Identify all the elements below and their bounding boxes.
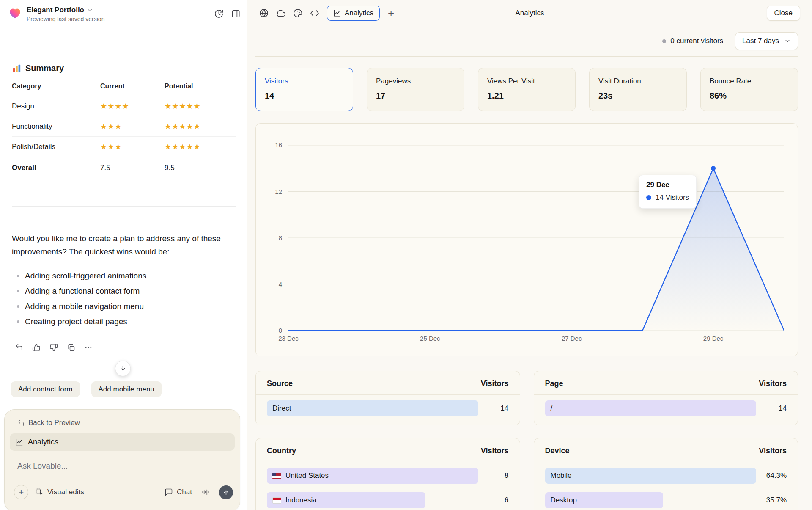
suggestion-chip[interactable]: Add mobile menu (91, 381, 162, 397)
series-dot-icon (646, 195, 651, 200)
y-axis-label: 0 (256, 327, 282, 334)
header-potential: Potential (165, 83, 236, 90)
code-icon[interactable] (310, 8, 320, 18)
us-flag-icon (272, 473, 281, 479)
table-rows: United States8Indonesia6 (256, 462, 520, 510)
stat-card-pageviews[interactable]: Pageviews17 (367, 68, 464, 111)
visual-edits-button[interactable]: Visual edits (35, 488, 84, 496)
reply-icon[interactable] (15, 343, 23, 352)
chevron-down-icon (784, 38, 791, 44)
suggestion-chip[interactable]: Add contact form (11, 381, 80, 397)
date-range-select[interactable]: Last 7 days (735, 32, 798, 50)
table-title: Page (545, 379, 563, 388)
chart-plot-area[interactable] (288, 145, 784, 331)
table-rows: Direct14 (256, 395, 520, 425)
indonesia-flag-icon (272, 497, 281, 504)
table-row[interactable]: Mobile64.3% (545, 468, 787, 484)
palette-icon[interactable] (293, 8, 303, 18)
bar-track: Mobile (545, 468, 757, 484)
date-range-label: Last 7 days (742, 37, 779, 45)
list-item: Adding a functional contact form (12, 284, 236, 299)
breakdown-card-country: CountryVisitorsUnited States8Indonesia6 (255, 438, 520, 510)
thumbs-down-icon[interactable] (49, 343, 58, 352)
breakdown-card-device: DeviceVisitorsMobile64.3%Desktop35.7% (534, 438, 798, 510)
history-icon[interactable] (214, 9, 224, 19)
tab-analytics-label: Analytics (345, 9, 373, 17)
divider (12, 206, 236, 207)
divider (12, 36, 236, 36)
table-card-header: SourceVisitors (256, 371, 520, 394)
project-title-block: Elegant Portfolio Previewing last saved … (27, 6, 104, 22)
send-button[interactable] (219, 485, 233, 499)
row-label: Mobile (551, 468, 572, 484)
row-value: 64.3% (762, 471, 787, 480)
suggestion-list: Adding scroll-triggered animationsAdding… (12, 268, 236, 329)
category-cell: Polish/Details (12, 143, 100, 151)
current-stars: ★★★ (100, 122, 165, 131)
scroll-to-bottom-button[interactable] (115, 361, 131, 376)
visual-edits-icon (35, 488, 44, 496)
table-row[interactable]: Direct14 (267, 400, 509, 416)
analytics-context-item[interactable]: Analytics (10, 433, 235, 451)
stat-label: Views Per Visit (487, 77, 566, 85)
row-value: 8 (484, 471, 509, 480)
category-cell: Design (12, 102, 100, 110)
table-row[interactable]: Desktop35.7% (545, 492, 787, 508)
chat-composer: Back to Preview Analytics Ask Lovable...… (4, 409, 240, 510)
close-button[interactable]: Close (767, 6, 800, 21)
globe-icon[interactable] (259, 8, 269, 18)
table-row[interactable]: /14 (545, 400, 787, 416)
message-actions (15, 343, 236, 352)
tab-analytics[interactable]: Analytics (327, 6, 380, 21)
stat-label: Pageviews (376, 77, 455, 85)
value-bar (545, 400, 757, 416)
stat-label: Visit Duration (598, 77, 678, 85)
chat-mode-button[interactable]: Chat (165, 488, 192, 496)
header-current: Current (100, 83, 165, 90)
project-subtitle: Previewing last saved version (27, 16, 104, 22)
arrow-down-icon (119, 365, 126, 372)
overall-label: Overall (12, 164, 100, 172)
chat-panel: Elegant Portfolio Previewing last saved … (0, 0, 247, 510)
table-row[interactable]: United States8 (267, 468, 509, 484)
attach-button[interactable]: + (14, 485, 28, 499)
page-title: Analytics (515, 9, 544, 17)
thumbs-up-icon[interactable] (32, 343, 41, 352)
panel-toggle-icon[interactable] (231, 9, 241, 19)
composer-controls: + Visual edits Chat (14, 485, 233, 499)
y-axis-label: 16 (256, 141, 282, 149)
table-title: Country (267, 447, 296, 455)
value-bar (267, 400, 478, 416)
x-axis-label: 23 Dec (269, 335, 307, 342)
stat-card-bounce-rate[interactable]: Bounce Rate86% (700, 68, 798, 111)
bullet-icon (17, 305, 19, 308)
chart-tooltip: 29 Dec 14 Visitors (639, 175, 697, 209)
copy-icon[interactable] (67, 343, 75, 352)
project-name-button[interactable]: Elegant Portfolio (27, 6, 104, 14)
stat-card-visit-duration[interactable]: Visit Duration23s (589, 68, 687, 111)
cloud-icon[interactable] (276, 8, 286, 18)
bar-track: Indonesia (267, 492, 478, 508)
summary-title: Summary (25, 63, 64, 73)
y-axis-label: 4 (256, 281, 282, 288)
table-row[interactable]: Indonesia6 (267, 492, 509, 508)
current-stars: ★★★ (100, 142, 165, 152)
project-header: Elegant Portfolio Previewing last saved … (0, 0, 247, 22)
voice-input-icon[interactable] (201, 488, 210, 496)
table-title: Device (545, 447, 570, 455)
bullet-icon (17, 275, 19, 277)
toolbar-icons (259, 8, 320, 18)
value-bar (545, 468, 757, 484)
bar-track: Direct (267, 400, 478, 416)
visitors-chart-panel: 29 Dec 14 Visitors 048121623 Dec25 Dec27… (255, 123, 798, 356)
chat-input[interactable]: Ask Lovable... (17, 461, 240, 471)
project-name: Elegant Portfolio (27, 6, 84, 14)
new-tab-button[interactable]: + (388, 8, 394, 19)
more-options-icon[interactable] (84, 343, 93, 352)
stat-card-visitors[interactable]: Visitors14 (255, 68, 353, 111)
stat-card-views-per-visit[interactable]: Views Per Visit1.21 (478, 68, 576, 111)
back-to-preview-button[interactable]: Back to Preview (17, 419, 240, 427)
divider (255, 56, 798, 57)
table-value-header: Visitors (481, 447, 509, 455)
chat-bubble-icon (165, 488, 173, 496)
